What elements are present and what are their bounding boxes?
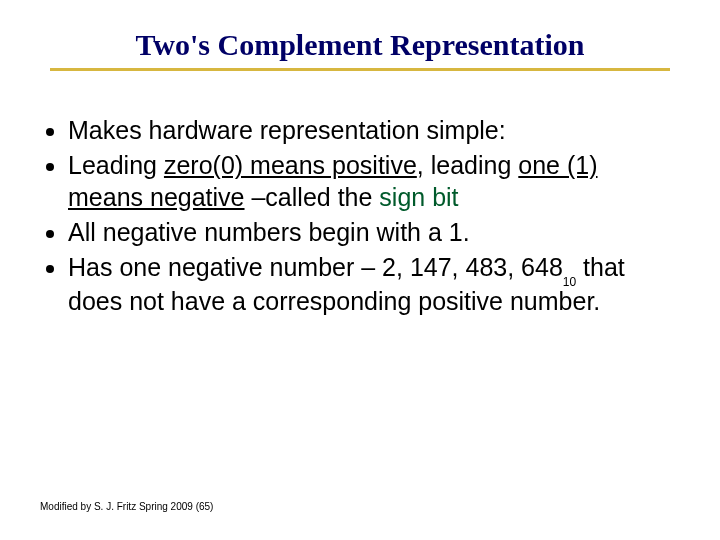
sign-bit-term: sign bit	[379, 183, 458, 211]
bullet-text-part: , leading	[417, 151, 518, 179]
list-item: Has one negative number – 2, 147, 483, 6…	[68, 252, 670, 317]
slide: Two's Complement Representation Makes ha…	[0, 0, 720, 540]
slide-title: Two's Complement Representation	[50, 28, 670, 62]
subscript-base: 10	[563, 275, 576, 289]
list-item: Leading zero(0) means positive, leading …	[68, 150, 670, 213]
bullet-list: Makes hardware representation simple: Le…	[40, 115, 670, 317]
footer-note: Modified by S. J. Fritz Spring 2009 (65)	[40, 501, 213, 512]
bullet-text-part: Has one negative number – 2, 147, 483, 6…	[68, 253, 563, 281]
bullet-text-part: –called the	[245, 183, 380, 211]
bullet-text: All negative numbers begin with a 1.	[68, 218, 470, 246]
slide-body: Makes hardware representation simple: Le…	[40, 115, 670, 321]
list-item: Makes hardware representation simple:	[68, 115, 670, 146]
title-underline: Two's Complement Representation	[50, 28, 670, 71]
underline-zero-positive: zero(0) means positive	[164, 151, 417, 179]
list-item: All negative numbers begin with a 1.	[68, 217, 670, 248]
bullet-text-part: Leading	[68, 151, 164, 179]
bullet-text: Makes hardware representation simple:	[68, 116, 506, 144]
